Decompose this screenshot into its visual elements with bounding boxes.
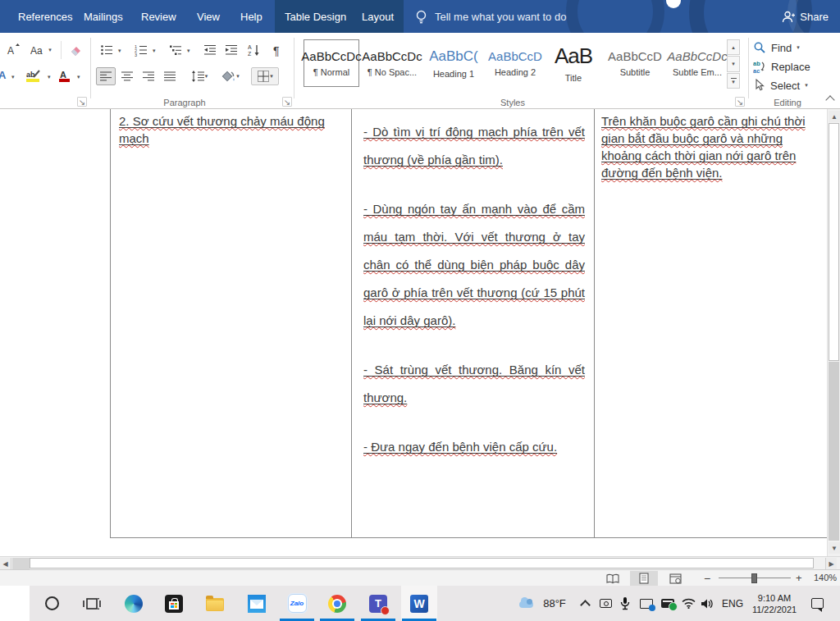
start-button-area[interactable]	[0, 586, 30, 621]
style-subtle-emphasis[interactable]: AaBbCcDc Subtle Em...	[669, 39, 726, 87]
zalo-taskbar-button[interactable]: Zalo	[279, 586, 315, 621]
zoom-level[interactable]: 140%	[814, 573, 837, 582]
collapse-ribbon-button[interactable]	[824, 97, 837, 108]
style-normal[interactable]: AaBbCcDc ¶ Normal	[304, 39, 359, 87]
weather-tray-item[interactable]	[515, 586, 536, 621]
styles-scroll-up-button[interactable]: ▴	[727, 39, 740, 55]
paragraph-group-label: Paragraph	[131, 98, 238, 107]
microsoft-store-icon	[165, 595, 183, 613]
styles-scroll-down-button[interactable]: ▾	[727, 56, 740, 71]
increase-indent-button[interactable]	[221, 41, 241, 59]
wifi-tray-icon[interactable]	[679, 586, 697, 621]
word-taskbar-button[interactable]: W	[401, 586, 437, 621]
borders-button[interactable]: ▾	[251, 67, 279, 85]
styles-dialog-launcher[interactable]: ↘	[735, 97, 745, 107]
scroll-left-button[interactable]: ◀	[0, 558, 11, 569]
zoom-in-button[interactable]: +	[796, 572, 802, 584]
edge-taskbar-button[interactable]	[116, 586, 152, 621]
mail-taskbar-button[interactable]	[239, 586, 275, 621]
volume-tray-icon[interactable]	[698, 586, 716, 621]
tell-me-search[interactable]: Tell me what you want to do	[415, 0, 566, 33]
change-case-button[interactable]: Aa▾	[26, 41, 56, 59]
numbering-button[interactable]: 123	[131, 41, 151, 59]
zoom-slider-thumb[interactable]	[751, 573, 757, 583]
zoom-out-button[interactable]: −	[704, 572, 710, 585]
find-button[interactable]: Find▾	[753, 39, 800, 56]
status-bar: − + 140%	[0, 569, 840, 586]
tab-view[interactable]: View	[194, 0, 223, 33]
style-heading-2[interactable]: AaBbCcD Heading 2	[485, 39, 546, 87]
scroll-up-button[interactable]: ▲	[829, 111, 840, 122]
line-spacing-button[interactable]: ▾	[187, 67, 212, 85]
temperature-label[interactable]: 88°F	[538, 586, 571, 621]
table-cell-steps[interactable]: - Dò tìm vị trí động mạch phía trên vết …	[363, 118, 585, 482]
shading-button[interactable]: ▾	[218, 67, 243, 85]
paragraph-dialog-launcher[interactable]: ↘	[282, 97, 292, 107]
clock[interactable]: 9:10 AM 11/22/2021	[745, 586, 804, 621]
share-person-icon	[782, 11, 795, 23]
file-explorer-button[interactable]	[197, 586, 233, 621]
tab-mailings[interactable]: Mailings	[80, 0, 126, 33]
tab-references[interactable]: References	[15, 0, 75, 33]
replace-button[interactable]: abac Replace	[753, 58, 810, 75]
horizontal-scroll-thumb[interactable]	[30, 558, 814, 568]
teams-taskbar-button[interactable]: T	[360, 586, 396, 621]
scroll-track[interactable]	[829, 362, 839, 541]
task-view-button[interactable]	[74, 586, 110, 621]
vertical-scrollbar[interactable]: ▲ ▼	[827, 109, 840, 556]
document-canvas[interactable]: 2. Sơ cứu vết thương chảy máu động mạch …	[0, 109, 829, 556]
vertical-scroll-thumb[interactable]	[829, 123, 839, 361]
style-no-spacing[interactable]: AaBbCcDc ¶ No Spac...	[362, 39, 422, 87]
scroll-down-button[interactable]: ▼	[829, 542, 840, 554]
font-color-button[interactable]: A	[54, 67, 75, 85]
styles-gallery-more-button[interactable]: ▾	[727, 73, 740, 89]
language-indicator[interactable]: ENG	[719, 586, 746, 621]
tab-layout[interactable]: Layout	[358, 0, 397, 33]
action-center-button[interactable]	[806, 586, 829, 621]
web-layout-button[interactable]	[661, 571, 689, 586]
style-heading-1[interactable]: AaBbC( Heading 1	[424, 39, 483, 87]
table-cell-topic[interactable]: 2. Sơ cứu vết thương chảy máu động mạch	[119, 112, 337, 147]
decrease-indent-button[interactable]	[200, 41, 220, 59]
align-center-button[interactable]	[117, 67, 137, 85]
table-cell-note[interactable]: Trên khăn buộc garô cần ghi chú thời gia…	[601, 112, 816, 181]
grow-font-button[interactable]: A	[3, 41, 23, 59]
clear-formatting-button[interactable]	[66, 41, 85, 59]
hidden-icons-button[interactable]	[576, 586, 594, 621]
share-button[interactable]: Share	[782, 0, 829, 33]
microphone-tray-icon[interactable]	[617, 586, 633, 621]
chevron-down-icon: ▾	[11, 74, 15, 80]
align-left-button[interactable]	[96, 67, 116, 85]
print-layout-button[interactable]	[630, 571, 658, 586]
scroll-right-button[interactable]: ▶	[825, 558, 837, 569]
cortana-button[interactable]	[34, 586, 70, 621]
bullets-button[interactable]	[97, 41, 116, 59]
tab-table-design[interactable]: Table Design	[281, 0, 349, 33]
scroll-track[interactable]	[12, 558, 30, 569]
align-right-button[interactable]	[139, 67, 158, 85]
meet-now-tray-icon[interactable]	[596, 586, 614, 621]
style-subtitle[interactable]: AaBbCcD Subtitle	[603, 39, 667, 87]
justify-button[interactable]	[160, 67, 180, 85]
screen-share-tray-icon[interactable]	[637, 586, 656, 621]
select-button[interactable]: Select▾	[753, 77, 808, 94]
store-taskbar-button[interactable]	[156, 586, 192, 621]
tab-help[interactable]: Help	[237, 0, 266, 33]
read-mode-icon	[606, 573, 619, 584]
highlight-button[interactable]: ab	[21, 67, 46, 85]
pilcrow-button[interactable]: ¶	[267, 41, 287, 59]
read-mode-button[interactable]	[599, 571, 627, 586]
tab-review[interactable]: Review	[138, 0, 180, 33]
sort-button[interactable]: AZ	[244, 41, 264, 59]
security-tray-icon[interactable]	[658, 586, 678, 621]
taskbar: Zalo T W 88°F ENG	[0, 586, 840, 621]
print-layout-icon	[639, 573, 649, 584]
notification-icon	[811, 598, 824, 609]
style-title[interactable]: AaB Title	[547, 39, 600, 87]
text-effects-button[interactable]: A	[0, 67, 10, 85]
word-application-window: References Mailings Review View Help Tab…	[0, 0, 840, 621]
chrome-taskbar-button[interactable]	[319, 586, 355, 621]
multilevel-list-button[interactable]	[166, 41, 185, 59]
font-dialog-launcher[interactable]: ↘	[77, 97, 87, 107]
horizontal-scrollbar[interactable]: ◀ ▶	[0, 556, 840, 569]
